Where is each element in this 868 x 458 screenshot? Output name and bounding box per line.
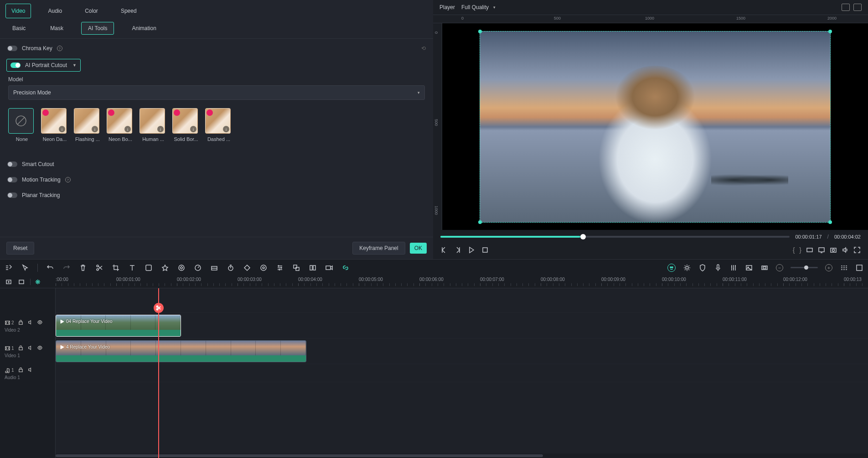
mute-icon[interactable] [27,319,33,327]
keyframe-icon[interactable] [243,264,251,272]
play-icon[interactable] [468,246,475,254]
download-icon[interactable]: ↓ [157,126,164,132]
timer-icon[interactable] [227,264,235,272]
group-icon[interactable] [292,264,300,272]
resize-handle-tr[interactable] [828,30,832,33]
mute-icon[interactable] [27,367,33,374]
marker-icon[interactable]: ❋ [35,278,41,286]
subtab-animation[interactable]: Animation [125,22,163,35]
preview-selection[interactable] [480,31,831,223]
smart-cutout-toggle[interactable] [7,161,17,167]
planar-tracking-toggle[interactable] [7,193,17,198]
effect-item-4[interactable]: ↓Human ... [140,108,167,142]
adjust-icon[interactable] [276,264,284,272]
undo-icon[interactable] [46,264,54,272]
grid-view-icon[interactable] [842,4,850,11]
reset-icon[interactable]: ⟲ [421,45,426,52]
model-select[interactable]: Precision Mode ▾ [8,85,425,100]
tab-color[interactable]: Color [79,4,104,18]
track-row-1[interactable]: 4 Replace Your Video [56,338,868,364]
marker-tool-icon[interactable] [760,264,769,272]
edit-tool-icon[interactable] [5,264,13,272]
mute-icon[interactable] [27,345,33,352]
scrollbar-thumb[interactable] [56,454,543,457]
zoom-slider-thumb[interactable] [804,265,808,270]
record-icon[interactable] [325,264,333,272]
effect-item-1[interactable]: ↓Neon Da... [41,108,68,142]
clip[interactable]: 4 Replace Your Video [56,340,306,362]
playhead[interactable] [158,288,159,458]
track-row-0[interactable]: 04 Replace Your Video [56,313,868,338]
tab-audio[interactable]: Audio [42,4,68,18]
snapshot-header-icon[interactable] [853,4,862,11]
visibility-icon[interactable] [37,345,43,352]
download-icon[interactable]: ↓ [124,126,131,132]
download-icon[interactable]: ↓ [92,126,98,132]
effect-item-3[interactable]: ↓Neon Bo... [107,108,134,142]
ai-portrait-toggle[interactable] [10,62,21,68]
next-frame-icon[interactable] [454,246,461,254]
download-icon[interactable]: ↓ [59,126,65,132]
effect-item-5[interactable]: ↓Solid Bor... [172,108,200,142]
crop-icon[interactable] [112,264,120,272]
split-icon[interactable] [95,264,103,272]
keyframe-panel-button[interactable]: Keyframe Panel [352,242,405,255]
playhead-split-icon[interactable] [154,303,164,313]
tracks-body[interactable]: 04 Replace Your Video4 Replace Your Vide… [56,288,868,458]
track-row-2[interactable] [56,364,868,382]
ok-button[interactable]: OK [410,243,427,254]
scrubber-track[interactable] [440,236,790,238]
fullscreen-icon[interactable] [853,246,861,254]
shield-icon[interactable] [698,264,707,272]
lock-icon[interactable] [18,319,24,327]
lock-icon[interactable] [18,367,24,374]
track-add-icon[interactable] [5,278,13,286]
clip-icon[interactable] [806,246,813,254]
scrubber-thumb[interactable] [580,234,586,239]
link-icon[interactable] [341,264,350,272]
mask-tool-icon[interactable] [259,264,268,272]
chevron-down-icon[interactable]: ▼ [72,63,77,68]
mark-out-icon[interactable]: } [799,246,801,254]
clip[interactable]: 04 Replace Your Video [56,315,181,337]
resize-handle-bl[interactable] [478,220,482,224]
effect-item-0[interactable]: None [8,108,36,142]
resize-handle-tl[interactable] [478,30,482,33]
resize-handle-br[interactable] [828,220,832,224]
download-icon[interactable]: ↓ [190,126,196,132]
subtab-ai-tools[interactable]: AI Tools [81,22,114,35]
track-manage-icon[interactable] [17,278,26,286]
speed-icon[interactable] [194,264,202,272]
chroma-key-toggle[interactable] [7,46,17,51]
mixer-icon[interactable] [729,264,738,272]
transition-icon[interactable] [177,264,186,272]
pointer-icon[interactable] [21,264,29,272]
tab-speed[interactable]: Speed [115,4,143,18]
volume-icon[interactable] [842,246,849,254]
picture-icon[interactable] [745,264,753,272]
download-icon[interactable]: ↓ [223,126,229,132]
info-icon[interactable]: ? [57,46,62,51]
display-icon[interactable] [818,246,825,254]
motion-tracking-toggle[interactable] [7,177,17,182]
tab-video[interactable]: Video [5,4,31,18]
subtab-basic[interactable]: Basic [5,22,32,35]
timeline-ruler[interactable]: :00:0000:00:01:0000:00:02:0000:00:03:000… [56,276,868,288]
timeline-scrollbar[interactable] [56,453,868,458]
redo-icon[interactable] [62,264,71,272]
zoom-fit-icon[interactable] [840,264,848,272]
zoom-slider[interactable] [790,267,818,268]
delete-icon[interactable] [79,264,87,272]
reset-button[interactable]: Reset [6,242,34,255]
zoom-out-icon[interactable]: − [776,264,783,271]
color-icon[interactable] [210,264,218,272]
mark-in-icon[interactable]: { [793,246,795,254]
effect-item-2[interactable]: ↓Flashing ... [74,108,101,142]
effect-item-6[interactable]: ↓Dashed ... [205,108,232,142]
lock-icon[interactable] [18,345,24,352]
text-icon[interactable] [128,264,136,272]
sticker-icon[interactable] [145,264,153,272]
prev-frame-icon[interactable] [440,246,448,254]
zoom-in-icon[interactable]: + [825,264,832,271]
mic-icon[interactable] [714,264,722,272]
